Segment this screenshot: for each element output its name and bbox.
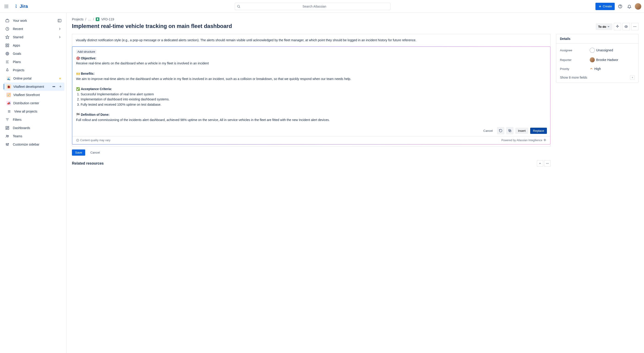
related-more-button[interactable] [544, 160, 550, 167]
teams-icon [4, 134, 10, 138]
svg-point-48 [626, 26, 626, 27]
svg-rect-15 [6, 20, 9, 22]
target-icon [4, 52, 10, 56]
sparkle-icon [543, 139, 546, 142]
project-add-icon[interactable]: + [59, 84, 62, 89]
details-heading: Details [556, 34, 638, 44]
ai-copy-button[interactable] [506, 127, 514, 134]
filter-icon [4, 118, 10, 122]
reporter-value[interactable]: Brooke Hadwor [590, 57, 634, 62]
user-avatar[interactable] [635, 3, 641, 10]
notifications-icon[interactable] [626, 3, 633, 10]
svg-point-50 [634, 26, 635, 27]
sidebar-item-recent[interactable]: Recent [2, 25, 64, 33]
sidebar-item-customize-sidebar[interactable]: Customize sidebar [2, 140, 64, 149]
sidebar-item-dashboards[interactable]: Dashboards [2, 124, 64, 132]
acceptance-criteria-item: Fully tested and received 100% uptime on… [80, 102, 546, 107]
star-filled-icon[interactable]: ★ [59, 77, 62, 80]
create-button[interactable]: Create [596, 3, 615, 10]
svg-point-58 [547, 163, 548, 164]
objective-heading: Objective: [81, 56, 96, 60]
save-button[interactable]: Save [72, 149, 85, 156]
project-item-distribution-center[interactable]: 📣Distribution center [4, 99, 64, 107]
description-text[interactable]: visually distinct notification style (e.… [72, 34, 550, 46]
sidebar-item-label: Dashboards [13, 126, 62, 130]
sidebar-item-your-work[interactable]: Your work [2, 17, 64, 25]
bookmark-icon [96, 18, 100, 21]
reporter-avatar [590, 57, 595, 62]
chevron-right-icon [630, 75, 634, 80]
assignee-label: Assignee [560, 49, 590, 52]
view-all-projects[interactable]: View all projects [4, 107, 64, 116]
svg-point-6 [5, 7, 6, 8]
svg-rect-38 [8, 128, 9, 130]
benefits-heading: Benefits: [81, 72, 94, 75]
sidebar-item-filters[interactable]: Filters [2, 116, 64, 124]
show-more-fields[interactable]: Show 8 more fields [560, 73, 634, 80]
sidebar-item-label: Teams [13, 134, 62, 138]
project-item-vitafleet-development[interactable]: 🐞Vitafleet development•••+ [4, 83, 64, 91]
status-dropdown[interactable]: To do [596, 23, 612, 30]
assignee-value[interactable]: Unassigned [590, 48, 634, 53]
svg-point-3 [5, 6, 6, 7]
list-icon [6, 109, 12, 114]
ai-sparkle-button[interactable] [614, 23, 621, 30]
more-actions-button[interactable] [631, 23, 638, 30]
apps-icon [4, 43, 10, 48]
watch-button[interactable] [622, 23, 630, 30]
sidebar-item-plans[interactable]: Plans [2, 58, 64, 66]
project-item-vitafleet-storefront[interactable]: 🧭Vitafleet Storefront [4, 91, 64, 99]
clock-icon [4, 27, 10, 31]
project-label: Online portal [13, 77, 56, 80]
reporter-label: Reporter [560, 58, 590, 62]
priority-label: Priority [560, 67, 590, 71]
sidebar: Your workRecentStarredAppsGoalsPlansProj… [0, 13, 66, 353]
search-placeholder: Search Atlassian [240, 5, 388, 8]
svg-point-59 [548, 163, 548, 164]
breadcrumb-issue-key[interactable]: VFD-119 [101, 18, 114, 21]
svg-point-41 [8, 135, 9, 136]
priority-value[interactable]: High [590, 67, 634, 71]
definition-of-done-text: Full rollout and commissioning of the in… [76, 117, 546, 122]
rocket-icon [4, 68, 10, 72]
sidebar-item-starred[interactable]: Starred [2, 33, 64, 41]
project-more-icon[interactable]: ••• [52, 85, 55, 89]
project-label: Vitafleet development [13, 85, 50, 89]
sidebar-item-teams[interactable]: Teams [2, 132, 64, 140]
svg-point-7 [6, 7, 7, 8]
help-icon[interactable] [616, 3, 624, 10]
cancel-button[interactable]: Cancel [87, 149, 103, 156]
breadcrumb-separator: / [93, 18, 94, 21]
acceptance-criteria-item: Successful Implementation of real time a… [80, 92, 546, 97]
project-avatar-icon: 🧭 [6, 93, 11, 97]
svg-point-4 [6, 6, 7, 7]
breadcrumb-ellipsis[interactable]: … [88, 18, 91, 21]
project-avatar-icon: 🌊 [6, 76, 11, 81]
app-switcher-icon[interactable] [3, 3, 10, 10]
related-collapse-button[interactable] [537, 160, 543, 167]
svg-rect-36 [6, 126, 7, 128]
svg-rect-21 [8, 44, 9, 45]
product-logo[interactable]: Jira [12, 4, 30, 9]
sidebar-item-label: Starred [13, 35, 55, 39]
svg-line-10 [239, 7, 240, 8]
ai-disclaimer: Content quality may vary [80, 139, 110, 142]
svg-point-43 [6, 144, 7, 144]
project-label: Vitafleet Storefront [13, 93, 62, 97]
definition-of-done-heading: Definition of Done: [81, 113, 110, 116]
acceptance-criteria-heading: Acceptance Criteria: [81, 87, 112, 91]
dashboard-icon [4, 126, 10, 130]
project-item-online-portal[interactable]: 🌊Online portal★ [4, 74, 64, 83]
sidebar-item-goals[interactable]: Goals [2, 50, 64, 58]
sidebar-item-apps[interactable]: Apps [2, 41, 64, 50]
breadcrumb-projects[interactable]: Projects [72, 18, 84, 21]
ai-replace-button[interactable]: Replace [530, 128, 547, 134]
ai-insert-button[interactable]: Insert [515, 128, 528, 134]
svg-rect-39 [6, 129, 7, 130]
ai-cancel-button[interactable]: Cancel [481, 128, 495, 134]
sidebar-item-projects[interactable]: Projects [2, 66, 64, 74]
info-icon [76, 139, 79, 142]
collapse-sidebar-icon[interactable] [58, 19, 62, 23]
search-input[interactable]: Search Atlassian [235, 3, 390, 10]
ai-retry-button[interactable] [497, 127, 504, 134]
